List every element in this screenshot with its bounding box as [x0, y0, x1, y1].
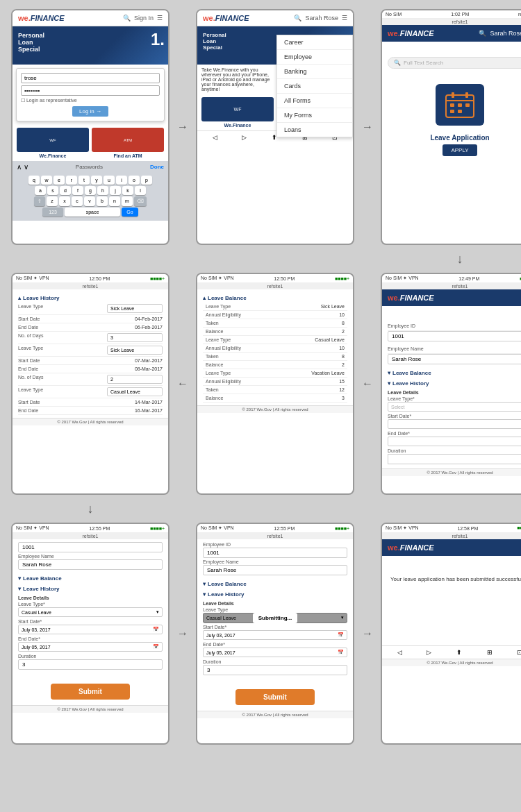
key-q[interactable]: q: [28, 176, 40, 185]
phone-main-menu: we.FINANCE 🔍 Sarah Rose ☰ PersonalLoanSp…: [196, 9, 354, 245]
arrow-down-r2-left: ↓: [11, 502, 169, 516]
key-v[interactable]: v: [84, 196, 95, 206]
signin-label[interactable]: Sign In: [134, 15, 154, 22]
key-u[interactable]: u: [104, 176, 115, 185]
key-r[interactable]: r: [66, 176, 77, 185]
url-bar-7: refsite1: [13, 533, 168, 539]
key-w[interactable]: w: [41, 176, 52, 185]
key-f[interactable]: f: [72, 186, 83, 195]
key-s[interactable]: s: [47, 186, 58, 195]
leave-balance-toggle[interactable]: ▾ Leave Balance: [388, 367, 521, 378]
end-date-7[interactable]: July 05, 2017 📅: [18, 642, 163, 652]
key-a[interactable]: a: [35, 186, 46, 195]
start-date-8[interactable]: July 03, 2017 📅: [203, 630, 347, 640]
content-text-1: Take We.Finance with you wherever you an…: [201, 67, 274, 92]
leave-balance-8[interactable]: ▾ Leave Balance: [203, 578, 347, 589]
submit-button-7[interactable]: Submit: [51, 684, 130, 700]
key-b[interactable]: b: [97, 196, 108, 206]
start-date-7[interactable]: July 03, 2017 📅: [18, 625, 163, 634]
menu-my-forms[interactable]: My Forms: [277, 108, 352, 123]
key-e[interactable]: e: [53, 176, 65, 185]
key-t[interactable]: t: [78, 176, 90, 185]
key-p[interactable]: p: [141, 176, 152, 185]
search-bar-3[interactable]: 🔍 Full Text Search: [388, 57, 521, 69]
search-icon-3[interactable]: 🔍: [479, 30, 486, 37]
username-input[interactable]: [21, 73, 160, 83]
nav-tabs-9[interactable]: ⊡: [517, 649, 521, 656]
key-x[interactable]: x: [59, 196, 70, 206]
start-date-input[interactable]: 📅: [388, 419, 521, 429]
key-d[interactable]: d: [60, 186, 71, 195]
leave-type-select[interactable]: Select ▾: [388, 402, 521, 412]
nav-bookmark-9[interactable]: ⊞: [487, 649, 493, 656]
key-go[interactable]: Go: [122, 208, 138, 217]
password-input[interactable]: [21, 85, 160, 96]
nav-forward-9[interactable]: ▷: [427, 649, 431, 656]
key-delete[interactable]: ⌫: [134, 196, 147, 206]
form-section: Employee ID 1001 Employee Name Sarah Ros…: [382, 319, 521, 468]
end-date-8[interactable]: July 05, 2017 📅: [203, 648, 347, 657]
calendar-icon-8-end: 📅: [338, 650, 344, 655]
wf-logo-6: we.FINANCE: [388, 294, 521, 302]
leave-type-select-7[interactable]: Casual Leave ▾: [18, 607, 163, 617]
menu-cards[interactable]: Cards: [277, 79, 352, 94]
menu-icon[interactable]: ☰: [157, 15, 163, 22]
nav-forward[interactable]: ▷: [242, 134, 247, 141]
key-c[interactable]: c: [72, 196, 83, 206]
key-space[interactable]: space: [65, 208, 120, 217]
key-z[interactable]: z: [47, 196, 58, 206]
key-i[interactable]: i: [116, 176, 127, 185]
nav-back-9[interactable]: ◁: [397, 649, 402, 656]
menu-icon-2[interactable]: ☰: [342, 15, 347, 22]
table-row: Balance 2: [203, 361, 347, 369]
key-g[interactable]: g: [85, 186, 96, 195]
login-button[interactable]: Log in →: [72, 106, 108, 117]
key-123[interactable]: 123: [42, 208, 63, 217]
duration-8: 3: [203, 665, 347, 675]
search-icon[interactable]: 🔍: [123, 15, 131, 22]
leave-history-8[interactable]: ▾ Leave History: [203, 589, 347, 599]
menu-career[interactable]: Career: [277, 35, 352, 50]
key-shift[interactable]: ⇧: [34, 196, 45, 206]
user-label: Sarah Rose: [305, 15, 338, 22]
leave-history-section: ▴ Leave History Leave Type Sick Leave St…: [13, 289, 168, 418]
menu-loans[interactable]: Loans: [277, 123, 352, 137]
key-h[interactable]: h: [97, 186, 108, 195]
nav-share-9[interactable]: ⬆: [456, 649, 462, 656]
nav-back[interactable]: ◁: [213, 134, 217, 141]
emp-name-row: Employee Name: [388, 344, 521, 354]
submit-button-8[interactable]: Submit: [235, 689, 315, 705]
done-button[interactable]: Done: [150, 164, 164, 170]
menu-employee[interactable]: Employee: [277, 50, 352, 65]
table-row: Leave Type Sick Leave: [203, 303, 347, 311]
menu-banking[interactable]: Banking: [277, 65, 352, 79]
search-icon-2[interactable]: 🔍: [294, 15, 301, 22]
leave-history-7[interactable]: ▾ Leave History: [18, 583, 163, 593]
key-j[interactable]: j: [110, 186, 121, 195]
emp-id-8: 1001: [203, 548, 347, 558]
banner: Personal Loan Special 1.: [13, 26, 168, 65]
leave-balance-7[interactable]: ▾ Leave Balance: [18, 573, 163, 583]
we-finance-box: WF We.Finance: [17, 128, 89, 158]
key-o[interactable]: o: [129, 176, 140, 185]
status-bar-6: No SIM ✦ VPN 12:49 PM ■■■■+: [382, 274, 521, 283]
key-y[interactable]: y: [91, 176, 102, 185]
passwords-label[interactable]: Passwords: [76, 164, 103, 170]
status-bar-5: No SIM ✦ VPN 12:50 PM ■■■■+: [197, 274, 353, 283]
leave-history-header: ▴ Leave History: [18, 292, 163, 303]
key-m[interactable]: m: [122, 196, 133, 206]
end-date-input[interactable]: 📅: [388, 437, 521, 446]
key-k[interactable]: k: [122, 186, 133, 195]
search-icon-bar: 🔍: [394, 60, 401, 66]
menu-all-forms[interactable]: All Forms: [277, 94, 352, 108]
key-l[interactable]: l: [135, 186, 146, 195]
nav-left[interactable]: ∧ ∨: [17, 163, 28, 171]
calendar-icon-box: [436, 84, 484, 126]
table-row: Leave Type Casual Leave: [203, 336, 347, 344]
apply-button[interactable]: APPLY: [443, 144, 477, 156]
key-n[interactable]: n: [109, 196, 120, 206]
keyboard-row-4: 123 space Go: [14, 208, 167, 217]
status-bar-9: No SIM ✦ VPN 12:58 PM ■■■■ ↻: [382, 524, 521, 533]
leave-history-toggle[interactable]: ▾ Leave History: [388, 378, 521, 388]
representative-checkbox[interactable]: ☐ Login as representative: [21, 98, 160, 103]
